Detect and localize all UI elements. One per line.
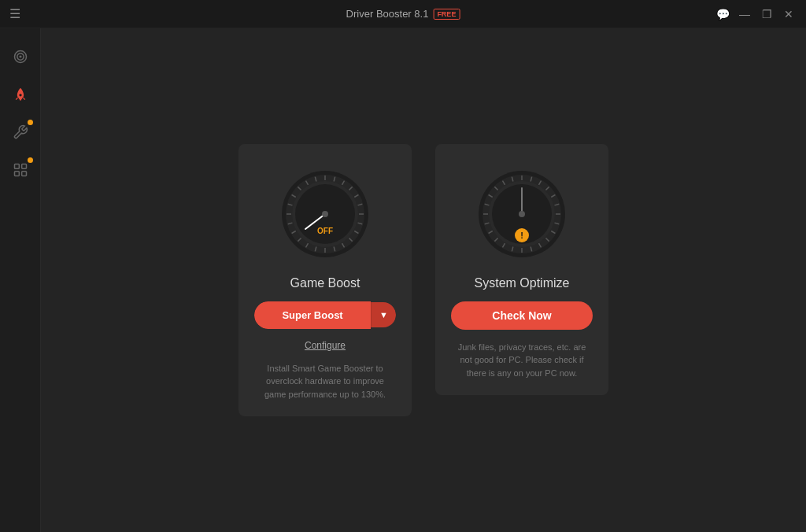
sidebar-item-tools[interactable] (5, 116, 36, 148)
sidebar-item-apps[interactable] (5, 154, 36, 186)
system-optimize-gauge: ! (471, 163, 573, 265)
svg-rect-5 (21, 164, 26, 169)
svg-rect-7 (21, 172, 26, 176)
chat-icon[interactable]: 💬 (715, 6, 730, 22)
app-title: Driver Booster 8.1 (346, 8, 429, 20)
svg-rect-6 (14, 172, 19, 176)
system-optimize-description: Junk files, privacy traces, etc. are not… (451, 341, 593, 380)
game-boost-gauge: OFF (274, 163, 376, 265)
sidebar-item-boost[interactable] (5, 79, 36, 110)
system-optimize-card: ! System Optimize Check Now Junk files, … (435, 144, 608, 396)
check-now-button[interactable]: Check Now (451, 301, 593, 330)
svg-point-3 (19, 94, 21, 96)
titlebar-right: 💬 — ❐ ✕ (715, 6, 797, 22)
game-boost-card: OFF Game Boost Super Boost ▼ Configure I… (238, 144, 412, 417)
super-boost-button-group: Super Boost ▼ (254, 301, 396, 329)
svg-point-2 (20, 56, 21, 57)
svg-text:OFF: OFF (317, 227, 333, 235)
apps-badge (28, 157, 33, 163)
configure-link[interactable]: Configure (305, 340, 346, 351)
svg-point-68 (519, 211, 525, 217)
titlebar-left: ☰ (9, 6, 20, 21)
cards-container: OFF Game Boost Super Boost ▼ Configure I… (238, 144, 608, 417)
titlebar: ☰ Driver Booster 8.1 FREE 💬 — ❐ ✕ (0, 0, 806, 28)
svg-text:!: ! (520, 231, 523, 240)
super-boost-dropdown-button[interactable]: ▼ (371, 302, 396, 327)
minimize-button[interactable]: — (737, 6, 752, 22)
titlebar-center: Driver Booster 8.1 FREE (346, 8, 460, 20)
close-button[interactable]: ✕ (781, 6, 797, 22)
super-boost-button[interactable]: Super Boost (254, 301, 371, 329)
svg-point-37 (322, 211, 328, 217)
sidebar (0, 28, 41, 532)
restore-button[interactable]: ❐ (759, 6, 775, 22)
game-boost-description: Install Smart Game Booster to overclock … (254, 362, 396, 401)
tools-badge (28, 120, 33, 125)
hamburger-menu-icon[interactable]: ☰ (9, 6, 20, 21)
sidebar-item-home[interactable] (5, 41, 36, 72)
free-badge: FREE (433, 9, 460, 20)
content-area: OFF Game Boost Super Boost ▼ Configure I… (41, 28, 806, 532)
system-optimize-title: System Optimize (475, 276, 570, 290)
main-layout: OFF Game Boost Super Boost ▼ Configure I… (0, 28, 806, 532)
game-boost-title: Game Boost (290, 276, 360, 290)
svg-rect-4 (14, 164, 19, 169)
